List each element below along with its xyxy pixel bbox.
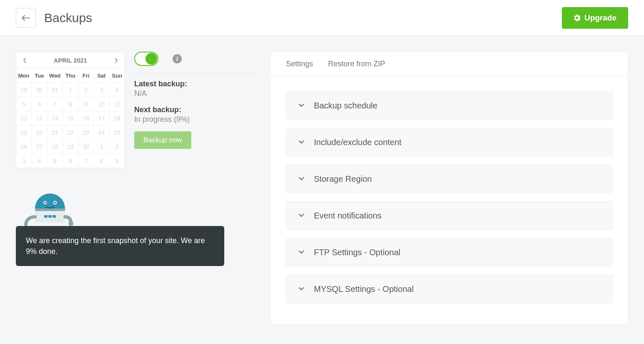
calendar: APRIL 2021 MonTueWedThuFriSatSun 2930311…: [16, 52, 125, 168]
calendar-dow: Tue: [32, 69, 47, 83]
accordion-item[interactable]: Storage Region: [286, 165, 613, 193]
toggle-knob: [145, 53, 157, 65]
calendar-day[interactable]: 9: [110, 154, 125, 168]
calendar-day[interactable]: 27: [32, 140, 47, 154]
calendar-day[interactable]: 13: [32, 111, 47, 126]
accordion-label: Backup schedule: [314, 101, 377, 110]
calendar-day[interactable]: 31: [48, 83, 63, 97]
accordion-label: Include/exclude content: [314, 138, 401, 147]
calendar-prev-button[interactable]: [21, 57, 28, 64]
calendar-day[interactable]: 6: [63, 154, 78, 168]
calendar-day[interactable]: 5: [48, 154, 63, 168]
calendar-day[interactable]: 29: [63, 140, 78, 154]
svg-rect-7: [48, 215, 52, 218]
backup-now-button[interactable]: Backup now: [134, 131, 191, 149]
arrow-left-icon: [22, 15, 30, 21]
svg-rect-0: [35, 208, 65, 211]
calendar-day[interactable]: 14: [48, 111, 63, 126]
chevron-right-icon: [115, 58, 118, 63]
next-backup-value: In progress (9%): [134, 115, 256, 124]
accordion-item[interactable]: Include/exclude content: [286, 128, 613, 156]
info-icon[interactable]: i: [173, 54, 182, 63]
chevron-down-icon: [298, 102, 305, 109]
calendar-day[interactable]: 9: [78, 97, 94, 111]
calendar-day[interactable]: 28: [48, 140, 63, 154]
calendar-day[interactable]: 18: [110, 111, 125, 126]
chevron-left-icon: [23, 58, 26, 63]
calendar-dow: Fri: [78, 69, 94, 83]
svg-point-10: [68, 221, 73, 226]
calendar-day[interactable]: 12: [16, 111, 32, 126]
calendar-day[interactable]: 26: [16, 140, 32, 154]
status-tip: We are creating the first snapshot of yo…: [16, 226, 224, 266]
settings-panel: Settings Restore from ZIP Backup schedul…: [271, 52, 628, 324]
calendar-day[interactable]: 22: [63, 126, 78, 140]
accordion-label: FTP Settings - Optional: [314, 248, 401, 257]
svg-point-5: [54, 202, 56, 203]
calendar-day[interactable]: 21: [48, 126, 63, 140]
calendar-day[interactable]: 4: [110, 83, 125, 97]
accordion-label: MYSQL Settings - Optional: [314, 284, 413, 294]
calendar-day[interactable]: 1: [63, 83, 78, 97]
calendar-next-button[interactable]: [113, 57, 120, 64]
svg-rect-8: [53, 215, 56, 218]
calendar-day[interactable]: 20: [32, 126, 47, 140]
next-backup-label: Next backup:: [134, 105, 256, 114]
back-button[interactable]: [16, 8, 36, 28]
calendar-day[interactable]: 17: [94, 111, 109, 126]
calendar-day[interactable]: 5: [16, 97, 32, 111]
latest-backup-value: N/A: [134, 89, 256, 98]
calendar-day[interactable]: 2: [110, 140, 125, 154]
accordion-item[interactable]: Event notifications: [286, 201, 613, 230]
svg-point-4: [44, 202, 46, 203]
calendar-day[interactable]: 30: [32, 83, 47, 97]
calendar-day[interactable]: 11: [110, 97, 125, 111]
calendar-day[interactable]: 3: [94, 83, 109, 97]
calendar-dow: Mon: [16, 69, 32, 83]
tab-settings[interactable]: Settings: [286, 60, 313, 68]
calendar-day[interactable]: 6: [32, 97, 47, 111]
backup-enabled-toggle[interactable]: [134, 52, 158, 66]
accordion-item[interactable]: Backup schedule: [286, 91, 613, 120]
calendar-day[interactable]: 8: [63, 97, 78, 111]
calendar-day[interactable]: 7: [78, 154, 94, 168]
calendar-dow: Thu: [63, 69, 78, 83]
calendar-day[interactable]: 2: [78, 83, 94, 97]
calendar-day[interactable]: 25: [110, 126, 125, 140]
tab-restore-from-zip[interactable]: Restore from ZIP: [328, 60, 385, 68]
chevron-down-icon: [298, 286, 305, 292]
calendar-day[interactable]: 15: [63, 111, 78, 126]
accordion-item[interactable]: MYSQL Settings - Optional: [286, 275, 613, 303]
calendar-day[interactable]: 4: [32, 154, 47, 168]
svg-rect-6: [44, 215, 48, 218]
accordion-item[interactable]: FTP Settings - Optional: [286, 238, 613, 266]
gear-icon: [574, 15, 580, 21]
calendar-day[interactable]: 16: [78, 111, 94, 126]
calendar-dow: Sat: [94, 69, 109, 83]
chevron-down-icon: [298, 249, 305, 256]
calendar-day[interactable]: 23: [78, 126, 94, 140]
accordion-label: Event notifications: [314, 211, 381, 221]
calendar-day[interactable]: 1: [94, 140, 109, 154]
upgrade-label: Upgrade: [584, 13, 616, 23]
calendar-day[interactable]: 30: [78, 140, 94, 154]
calendar-day[interactable]: 24: [94, 126, 109, 140]
calendar-dow: Sun: [110, 69, 125, 83]
calendar-day[interactable]: 3: [16, 154, 32, 168]
chevron-down-icon: [298, 139, 305, 146]
calendar-month-label: APRIL 2021: [54, 57, 87, 64]
calendar-day[interactable]: 19: [16, 126, 32, 140]
accordion-label: Storage Region: [314, 174, 372, 184]
calendar-day[interactable]: 7: [48, 97, 63, 111]
page-title: Backups: [44, 11, 92, 25]
latest-backup-label: Latest backup:: [134, 80, 256, 88]
upgrade-button[interactable]: Upgrade: [562, 7, 628, 29]
chevron-down-icon: [298, 176, 305, 182]
calendar-day[interactable]: 10: [94, 97, 109, 111]
calendar-dow: Wed: [48, 69, 63, 83]
chevron-down-icon: [298, 212, 305, 219]
calendar-day[interactable]: 29: [16, 83, 32, 97]
calendar-day[interactable]: 8: [94, 154, 109, 168]
